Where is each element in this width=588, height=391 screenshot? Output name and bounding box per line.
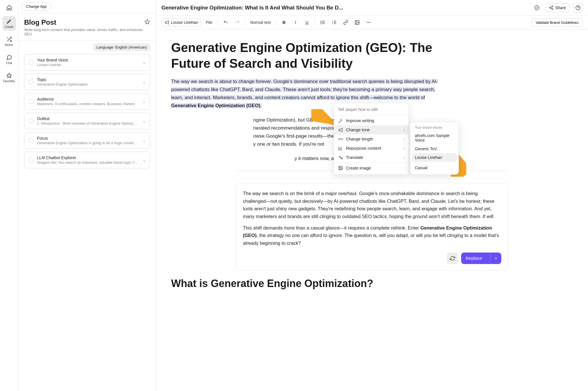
menu-repurpose[interactable]: Repurpose content › <box>334 144 409 153</box>
svg-point-25 <box>340 167 340 168</box>
rail-label: Create <box>5 25 13 28</box>
share-button[interactable]: Share <box>545 3 570 12</box>
status-dot <box>28 60 34 65</box>
menu-change-length[interactable]: Change length › <box>334 134 409 144</box>
replace-button[interactable]: Replace <box>461 253 501 264</box>
card-topic[interactable]: Topic Generative Engine Optimization ⌄ <box>24 74 150 90</box>
config-cards: Your Brand Voice Louise Linehan ⌄ Topic … <box>18 53 156 174</box>
length-icon <box>338 137 343 141</box>
image-icon <box>338 166 343 170</box>
voice-option[interactable]: Casual <box>412 163 457 172</box>
svg-point-7 <box>321 21 321 22</box>
card-title: Focus <box>37 136 139 140</box>
tone-submenu: Your brand voices ahrefs.com Sample Voic… <box>410 122 459 175</box>
card-desc: 1. Introduction - Brief overview of Gene… <box>37 122 139 126</box>
favorite-toggle[interactable] <box>144 19 150 25</box>
rail-chat[interactable]: Chat <box>2 52 16 67</box>
chevron-right-icon: › <box>403 146 405 151</box>
doc-title[interactable]: Generative Engine Opitmization: What Is … <box>161 5 529 11</box>
check-icon[interactable] <box>532 3 542 13</box>
chevron-down-icon: ⌄ <box>142 138 146 143</box>
undo-button[interactable] <box>221 18 230 27</box>
redo-button[interactable] <box>233 18 241 27</box>
status-dot <box>28 99 34 104</box>
file-menu[interactable]: File <box>204 19 214 26</box>
svg-point-21 <box>367 22 368 23</box>
card-llm-explorer[interactable]: LLM Chatbot Explorer Imagine this: You s… <box>24 152 150 168</box>
card-desc: Generative Engine Optimization <box>37 82 139 86</box>
card-audience[interactable]: Audience Marketers, AI enthusiasts, cont… <box>24 93 150 110</box>
rail-favorites[interactable]: Favorites <box>2 70 16 85</box>
validate-button[interactable]: Validate Brand Guidelines <box>531 18 583 27</box>
card-focus[interactable]: Focus Generative Engine Optimization is … <box>24 132 150 149</box>
voice-option[interactable]: ahrefs.com Sample Voice <box>412 131 457 145</box>
menu-create-image[interactable]: Create image <box>334 163 409 173</box>
page-title: Blog Post <box>24 18 150 26</box>
svg-point-3 <box>552 6 553 7</box>
more-button[interactable] <box>364 18 373 27</box>
editor-content[interactable]: Generative Engine Optimization (GEO): Th… <box>156 29 588 391</box>
voice-option[interactable]: Generic ToV <box>412 145 457 153</box>
chevron-down-icon: ⌄ <box>142 158 146 162</box>
star-icon <box>6 73 12 78</box>
svg-point-4 <box>550 7 551 8</box>
translate-icon <box>338 155 343 160</box>
italic-button[interactable]: I <box>291 18 300 27</box>
card-desc: Generative Engine Optimization is going … <box>37 141 139 145</box>
underline-button[interactable]: U <box>303 18 311 27</box>
svg-marker-1 <box>145 20 150 24</box>
shuffle-icon <box>6 36 12 42</box>
config-panel: Change App Blog Post Write long-form con… <box>18 0 156 391</box>
result-paragraph: The way we search is on the brink of a m… <box>243 190 501 220</box>
svg-point-23 <box>370 22 371 23</box>
card-outline[interactable]: Outline 1. Introduction - Brief overview… <box>24 113 150 129</box>
svg-point-9 <box>321 24 321 24</box>
status-dot <box>28 157 34 163</box>
card-brand-voice[interactable]: Your Brand Voice Louise Linehan ⌄ <box>24 54 150 71</box>
image-button[interactable] <box>353 18 361 27</box>
voice-option[interactable]: Louise Linehan <box>412 153 457 162</box>
card-title: Outline <box>37 116 139 121</box>
link-button[interactable] <box>341 18 350 27</box>
menu-improve-writing[interactable]: Improve writing <box>334 116 409 125</box>
regenerate-button[interactable] <box>447 253 458 264</box>
card-title: Your Brand Voice <box>37 58 139 62</box>
edit-context-menu: Improve writing Change tone › Change len… <box>334 103 409 175</box>
voice-selector[interactable]: Louise Linehan <box>161 18 201 26</box>
ai-result-box: The way we search is on the brink of a m… <box>236 183 508 271</box>
svg-point-22 <box>368 22 369 23</box>
edit-prompt-input[interactable] <box>338 107 405 112</box>
voice-label: Louise Linehan <box>171 20 198 25</box>
pen-icon <box>6 18 12 24</box>
help-button[interactable] <box>573 3 583 13</box>
card-title: Topic <box>37 77 139 82</box>
language-chip[interactable]: Language: English (American) <box>93 43 150 51</box>
doc-subheading: What is Generative Engine Optimization? <box>171 278 573 290</box>
doc-heading: Generative Engine Optimization (GEO): Th… <box>171 40 444 71</box>
card-title: LLM Chatbot Explorer <box>37 155 139 160</box>
menu-change-tone[interactable]: Change tone › <box>334 125 409 134</box>
change-app-button[interactable]: Change App <box>22 2 51 11</box>
card-desc: Imagine this: You search an important, v… <box>37 161 139 165</box>
rail-remix[interactable]: Remix <box>2 34 16 49</box>
rail-create[interactable]: Create <box>2 16 16 31</box>
bold-button[interactable]: B <box>280 18 288 27</box>
text-style-selector[interactable]: Normal text <box>249 19 273 26</box>
chevron-down-icon[interactable] <box>490 253 501 264</box>
svg-marker-0 <box>7 73 11 78</box>
chevron-down-icon: ⌄ <box>142 119 146 123</box>
wand-icon <box>338 118 343 123</box>
svg-point-8 <box>321 22 321 23</box>
svg-point-2 <box>535 6 539 10</box>
chevron-right-icon: › <box>403 137 405 141</box>
rail-label: Favorites <box>3 80 15 83</box>
chevron-down-icon: ⌄ <box>142 60 146 65</box>
document-area: Generative Engine Opitmization: What Is … <box>156 0 588 391</box>
menu-translate[interactable]: Translate › <box>334 153 409 162</box>
chevron-down-icon: ⌄ <box>142 99 146 104</box>
share-label: Share <box>555 5 566 10</box>
chevron-down-icon: ⌄ <box>142 80 146 84</box>
bullet-list-button[interactable] <box>318 18 327 27</box>
numbered-list-button[interactable]: 123 <box>330 18 339 27</box>
rail-home[interactable] <box>2 2 16 13</box>
